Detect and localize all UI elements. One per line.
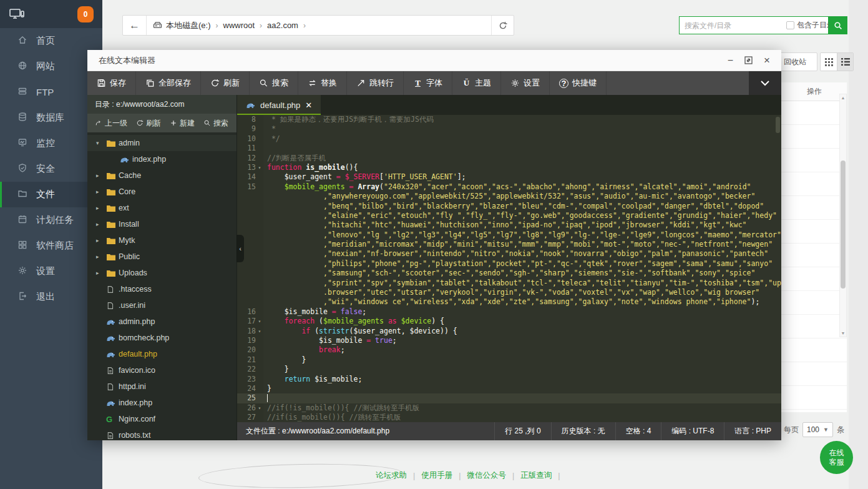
code-text: //判断是否属手机 xyxy=(263,154,326,163)
search-input[interactable] xyxy=(680,17,786,34)
tree-item-Uploads[interactable]: ▸Uploads xyxy=(87,265,237,281)
tree-item-Mytk[interactable]: ▸Mytk xyxy=(87,232,237,249)
code-line: 19 $is_mobile = true; xyxy=(237,336,781,345)
line-number: 17▾ xyxy=(237,317,263,326)
chevron-collapsed-icon[interactable]: ▸ xyxy=(96,189,106,195)
editor-toolbar-saveall-button[interactable]: 全部保存 xyxy=(136,71,201,95)
code-text: .browser","utec","utstar","verykool","vi… xyxy=(263,288,759,297)
code-line: 11 xyxy=(237,144,781,153)
panel-logo-icon[interactable] xyxy=(9,7,25,21)
search-icon xyxy=(203,119,211,127)
modal-titlebar[interactable]: 在线文本编辑器 − × xyxy=(87,50,781,71)
disk-icon xyxy=(153,21,162,29)
code-line: .browser","utec","utstar","verykool","vi… xyxy=(237,288,781,297)
code-text: function is_mobile(){ xyxy=(263,163,358,172)
tree-item-index.php[interactable]: index.php xyxy=(87,395,237,411)
close-icon[interactable]: × xyxy=(764,54,770,67)
chevron-collapsed-icon[interactable]: ▸ xyxy=(96,205,106,211)
grid-view-icon[interactable] xyxy=(821,53,837,71)
tree-item-index.php[interactable]: index.php xyxy=(87,151,237,167)
tree-item-Core[interactable]: ▸Core xyxy=(87,184,237,200)
line-number: 20 xyxy=(237,345,263,355)
tree-item-admin[interactable]: ▾admin xyxy=(87,135,237,151)
tree-item-admin.php[interactable]: admin.php xyxy=(87,314,237,330)
refresh-icon xyxy=(210,79,220,88)
tree-item-httpd.ini[interactable]: httpd.ini xyxy=(87,378,237,395)
page-right-gutter xyxy=(849,0,868,489)
code-editor[interactable]: 8 * 如果是静态，还要用JS判断手机，需要加JS代码9 *10 */1112/… xyxy=(237,115,781,422)
online-support-button[interactable]: 在线客服 xyxy=(820,441,853,474)
tree-item-Nginx.conf[interactable]: GNginx.conf xyxy=(87,411,237,427)
footer-link[interactable]: 微信公众号 xyxy=(467,470,507,481)
line-number xyxy=(237,269,263,278)
tree-item-robots.txt[interactable]: robots.txt xyxy=(87,427,237,440)
tree-collapse-handle[interactable]: ‹ xyxy=(237,235,244,262)
tree-directory-label: 目录 : e:/wwwroot/aa2.com xyxy=(87,95,237,114)
back-button[interactable]: ← xyxy=(123,16,147,35)
editor-toolbar-search-button[interactable]: 搜索 xyxy=(250,71,298,95)
scroll-down-icon[interactable]: ▼ xyxy=(840,331,846,335)
tree-item-.user.ini[interactable]: .user.ini xyxy=(87,297,237,314)
editor-toolbar-question-button[interactable]: ?快捷键 xyxy=(550,71,607,95)
footer-link[interactable]: 论坛求助 xyxy=(376,470,407,481)
list-view-icon[interactable] xyxy=(837,53,853,71)
editor-toolbar-refresh-button[interactable]: 刷新 xyxy=(201,71,250,95)
tree-item-Install[interactable]: ▸Install xyxy=(87,216,237,232)
tree-list: ▾adminindex.php▸Cache▸Core▸ext▸Install▸M… xyxy=(87,132,237,440)
refresh-path-button[interactable] xyxy=(491,16,514,35)
chevron-collapsed-icon[interactable]: ▸ xyxy=(96,254,106,260)
breadcrumb-item[interactable]: aa2.com xyxy=(267,21,298,30)
editor-toolbar-gear-button[interactable]: 设置 xyxy=(501,71,550,95)
tree-item-favicon.ico[interactable]: favicon.ico xyxy=(87,362,237,378)
code-line: 16 $is_mobile = false; xyxy=(237,307,781,317)
tree-item-default.php[interactable]: default.php xyxy=(87,346,237,362)
tree-plus-button[interactable]: 新建 xyxy=(170,118,195,129)
tab-default-php[interactable]: default.php ✕ xyxy=(237,95,321,115)
code-line: ,"anywhereyougo.com","applewebkit/525","… xyxy=(237,192,781,201)
toolbar-collapse-button[interactable] xyxy=(749,71,781,95)
tree-item-.htaccess[interactable]: .htaccess xyxy=(87,281,237,297)
tree-item-bomcheck.php[interactable]: bomcheck.php xyxy=(87,330,237,346)
editor-toolbar-font-button[interactable]: T字体 xyxy=(404,71,452,95)
scrollbar-thumb[interactable] xyxy=(841,161,846,289)
chevron-collapsed-icon[interactable]: ▸ xyxy=(96,221,106,227)
maximize-icon[interactable] xyxy=(744,56,753,64)
editor-toolbar-jump-button[interactable]: 跳转行 xyxy=(347,71,404,95)
editor-scrollbar-thumb[interactable] xyxy=(776,117,780,133)
chevron-collapsed-icon[interactable]: ▸ xyxy=(96,270,106,276)
fold-icon: ▾ xyxy=(256,403,263,413)
editor-toolbar-save-button[interactable]: 保存 xyxy=(87,71,136,95)
tree-up-button[interactable]: 上一级 xyxy=(95,118,127,129)
tree-item-name: Nginx.conf xyxy=(119,415,155,423)
search-button[interactable] xyxy=(829,16,847,34)
doc-file-icon xyxy=(106,432,119,440)
tree-search-button[interactable]: 搜索 xyxy=(203,118,228,129)
sidebar-item-label: 软件商店 xyxy=(36,240,74,252)
chevron-collapsed-icon[interactable]: ▸ xyxy=(96,237,106,244)
code-line: 13▾function is_mobile(){ xyxy=(237,163,781,172)
chevron-collapsed-icon[interactable]: ▸ xyxy=(96,172,106,179)
checkbox-box[interactable] xyxy=(786,21,794,29)
scroll-up-icon[interactable]: ▲ xyxy=(840,96,846,100)
breadcrumb-item[interactable]: 本地磁盘(e:) xyxy=(166,20,211,31)
tree-refresh-button[interactable]: 刷新 xyxy=(136,118,161,129)
tree-item-ext[interactable]: ▸ext xyxy=(87,200,237,216)
footer-link[interactable]: 使用手册 xyxy=(421,470,452,481)
operation-column-header: 操作 xyxy=(807,86,822,97)
globe-icon xyxy=(17,61,30,73)
message-count-badge[interactable]: 0 xyxy=(77,6,94,22)
chevron-expanded-icon[interactable]: ▾ xyxy=(96,140,106,146)
editor-toolbar-theme-button[interactable]: Ü主题 xyxy=(452,71,501,95)
editor-toolbar-replace-button[interactable]: 替换 xyxy=(298,71,347,95)
tree-item-Cache[interactable]: ▸Cache xyxy=(87,167,237,184)
minimize-icon[interactable]: − xyxy=(728,55,733,66)
per-page-select[interactable]: 100 ▼ xyxy=(802,422,833,437)
table-scrollbar[interactable]: ▲ ▼ xyxy=(839,94,847,337)
tab-close-icon[interactable]: ✕ xyxy=(305,101,312,110)
code-line: 17▾ foreach ($mobile_agents as $device) … xyxy=(237,317,781,326)
gear-icon xyxy=(510,79,520,88)
footer-link[interactable]: 正版查询 xyxy=(520,470,552,481)
breadcrumb-item[interactable]: wwwroot xyxy=(223,21,255,30)
tree-item-Public[interactable]: ▸Public xyxy=(87,249,237,265)
status-cells: 行 25 ,列 0历史版本 : 无空格 : 4编码 : UTF-8语言 : PH… xyxy=(494,422,781,440)
